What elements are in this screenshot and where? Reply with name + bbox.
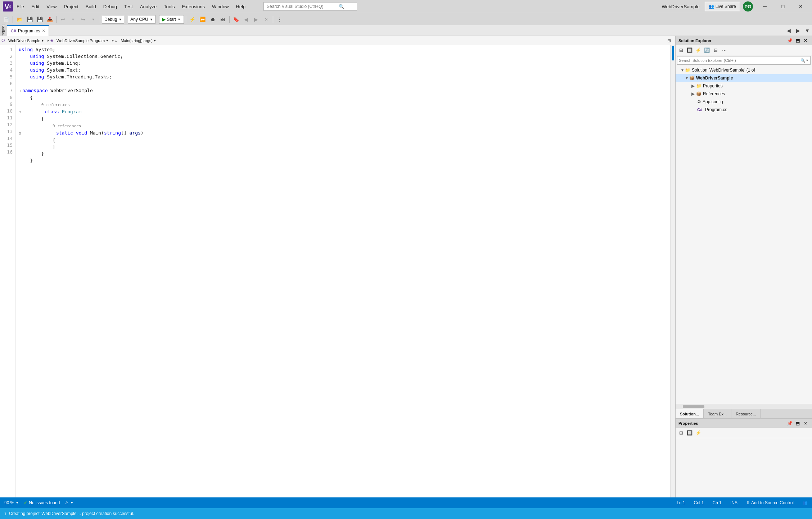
- live-share-button[interactable]: 👥 Live Share: [705, 2, 740, 11]
- menu-tools[interactable]: Tools: [160, 3, 178, 11]
- props-grid-btn[interactable]: ⊞: [677, 429, 685, 437]
- menu-file[interactable]: File: [13, 3, 28, 11]
- bookmark-btn[interactable]: 🔖: [231, 15, 241, 24]
- menu-edit[interactable]: Edit: [28, 3, 43, 11]
- undo-btn[interactable]: ↩: [58, 15, 68, 24]
- se-pin-btn[interactable]: 📌: [786, 37, 793, 44]
- menu-view[interactable]: View: [43, 3, 60, 11]
- props-pin-btn[interactable]: 📌: [786, 420, 793, 427]
- publish-btn[interactable]: 📤: [45, 15, 54, 24]
- tree-references[interactable]: ▶ 📦 References: [676, 90, 812, 98]
- se-search-box[interactable]: 🔍 ▼: [677, 56, 811, 65]
- menu-debug[interactable]: Debug: [100, 3, 121, 11]
- menu-help[interactable]: Help: [232, 3, 249, 11]
- menu-analyze[interactable]: Analyze: [136, 3, 160, 11]
- se-search-input[interactable]: [679, 58, 800, 63]
- editor-scrollbar[interactable]: [670, 45, 675, 497]
- menu-extensions[interactable]: Extensions: [178, 3, 208, 11]
- code-editor[interactable]: using System; using System.Collections.G…: [16, 45, 670, 497]
- redo-btn[interactable]: ↪: [78, 15, 88, 24]
- tree-properties[interactable]: ▶ 📁 Properties: [676, 82, 812, 90]
- global-search-input[interactable]: [267, 4, 339, 9]
- path-method-dropdown[interactable]: Main(string[] args) ▼: [118, 37, 159, 44]
- line-status[interactable]: Ln 1: [675, 500, 686, 506]
- start-icon: ▶: [162, 17, 166, 22]
- props-toolbar: ⊞ 🔲 ⚡: [676, 428, 812, 438]
- se-hscrollbar[interactable]: [676, 404, 812, 409]
- editor-expand-btn[interactable]: ⊞: [664, 36, 674, 45]
- menu-project[interactable]: Project: [60, 3, 82, 11]
- props-float-btn[interactable]: ⬒: [794, 420, 801, 427]
- tab-dropdown-btn[interactable]: ▼: [803, 25, 812, 36]
- redo-dropdown-btn[interactable]: ▼: [89, 15, 98, 24]
- tab-scroll-left-btn[interactable]: ◀: [784, 25, 793, 36]
- ins-status[interactable]: INS: [729, 500, 739, 506]
- project-icon: 📦: [689, 76, 695, 81]
- maximize-button[interactable]: □: [775, 0, 791, 13]
- se-search-icon: 🔍: [800, 58, 806, 63]
- code-line-15: }: [19, 157, 670, 164]
- props-close-btn[interactable]: ✕: [802, 420, 809, 427]
- se-properties-btn[interactable]: ⊞: [677, 46, 685, 54]
- new-project-btn[interactable]: 📄: [1, 15, 11, 24]
- tab-close-btn[interactable]: ✕: [42, 29, 45, 33]
- debug-step-btn[interactable]: ⏩: [198, 15, 207, 24]
- se-view-btn[interactable]: 🔲: [686, 46, 694, 54]
- toolbar: 📄 📂 💾 💾 📤 ↩ ▼ ↪ ▼ Debug ▼ Any CPU ▼ ▶ St…: [0, 13, 812, 25]
- se-float-btn[interactable]: ⬒: [794, 37, 801, 44]
- menu-test[interactable]: Test: [121, 3, 136, 11]
- se-close-btn[interactable]: ✕: [802, 37, 809, 44]
- tab-program-cs[interactable]: C# Program.cs ✕: [7, 25, 49, 36]
- props-alpha-btn[interactable]: 🔲: [686, 429, 694, 437]
- tab-scroll-right-btn[interactable]: ▶: [793, 25, 803, 36]
- step-over-btn[interactable]: ⏭: [218, 15, 227, 24]
- source-control-status[interactable]: ⬆ Add to Source Control: [745, 500, 795, 506]
- error-indicators[interactable]: ⚠ ▼: [63, 500, 75, 506]
- tree-program-cs[interactable]: C# Program.cs: [676, 106, 812, 114]
- zoom-arrow-icon: ▼: [15, 501, 19, 505]
- close-button[interactable]: ✕: [793, 0, 809, 13]
- path-project-dropdown[interactable]: WebDriverSample ▼: [6, 37, 47, 44]
- start-arrow: ▼: [177, 18, 181, 21]
- tree-solution-root[interactable]: ▾ 📁 Solution 'WebDriverSample' (1 of: [676, 66, 812, 74]
- live-share-status[interactable]: 👥: [801, 500, 809, 506]
- se-refresh-btn[interactable]: 🔄: [703, 46, 711, 54]
- save-all-btn[interactable]: 💾: [35, 15, 44, 24]
- open-file-btn[interactable]: 📂: [15, 15, 24, 24]
- col-status[interactable]: Col 1: [693, 500, 705, 506]
- minimize-button[interactable]: ─: [757, 0, 773, 13]
- se-search-options-btn[interactable]: ▼: [806, 59, 809, 62]
- bookmark-prev-btn[interactable]: ◀: [242, 15, 251, 24]
- bookmark-clear-btn[interactable]: ×: [262, 15, 271, 24]
- undo-dropdown-btn[interactable]: ▼: [68, 15, 78, 24]
- se-tab-solution[interactable]: Solution...: [676, 409, 704, 418]
- platform-dropdown[interactable]: Any CPU ▼: [128, 15, 155, 24]
- se-collapse-btn[interactable]: ⊟: [712, 46, 719, 54]
- se-toolbar: ⊞ 🔲 ⚡ 🔄 ⊟ ⋯: [676, 45, 812, 55]
- menu-build[interactable]: Build: [82, 3, 100, 11]
- profile-avatar[interactable]: PG: [743, 1, 753, 12]
- zoom-status[interactable]: 90 % ▼: [3, 500, 20, 506]
- debug-config-dropdown[interactable]: Debug ▼: [102, 15, 124, 24]
- bookmark-next-btn[interactable]: ▶: [252, 15, 261, 24]
- se-tab-resource[interactable]: Resource...: [731, 409, 761, 418]
- se-sync-btn[interactable]: ⚡: [694, 46, 702, 54]
- se-pending-changes-btn[interactable]: ⋯: [720, 46, 728, 54]
- ch-status[interactable]: Ch 1: [711, 500, 723, 506]
- tree-app-config[interactable]: ⚙ App.config: [676, 98, 812, 106]
- save-btn[interactable]: 💾: [25, 15, 34, 24]
- properties-folder-icon: 📁: [696, 83, 702, 88]
- no-issues-status[interactable]: ✔ No issues found: [22, 500, 61, 506]
- menu-window[interactable]: Window: [208, 3, 232, 11]
- se-tab-team[interactable]: Team Ex...: [704, 409, 731, 418]
- properties-panel: Properties 📌 ⬒ ✕ ⊞ 🔲 ⚡: [676, 418, 812, 497]
- se-tab-team-label: Team Ex...: [708, 412, 727, 416]
- path-namespace-dropdown[interactable]: WebDriverSample.Program ▼: [54, 37, 111, 44]
- props-events-btn[interactable]: ⚡: [694, 429, 702, 437]
- more-tools-btn[interactable]: ⋮: [275, 15, 284, 24]
- attach-btn[interactable]: ⚡: [188, 15, 197, 24]
- breakpoints-btn[interactable]: ⏺: [208, 15, 217, 24]
- global-search-box[interactable]: 🔍: [263, 2, 357, 11]
- start-button[interactable]: ▶ Start ▼: [159, 15, 184, 24]
- tree-project[interactable]: ▾ 📦 WebDriverSample: [676, 74, 812, 82]
